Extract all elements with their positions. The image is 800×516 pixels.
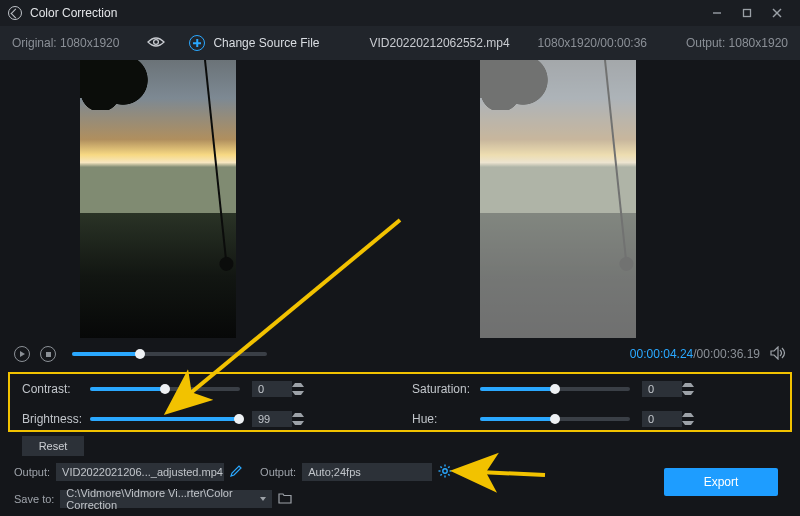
maximize-button[interactable] <box>732 0 762 26</box>
contrast-label: Contrast: <box>10 382 90 396</box>
window-title: Color Correction <box>30 6 117 20</box>
saturation-stepper[interactable]: 0 <box>642 381 694 397</box>
chevron-down-icon[interactable] <box>682 419 694 427</box>
time-display: 00:00:04.24/00:00:36.19 <box>630 347 760 361</box>
edit-filename-icon[interactable] <box>230 465 242 479</box>
minimize-button[interactable] <box>702 0 732 26</box>
color-controls-panel: Contrast: 0 Saturation: 0 Brightness: 99… <box>8 372 792 432</box>
chevron-down-icon[interactable] <box>292 389 304 397</box>
source-filename: VID20220212062552.mp4 <box>369 36 509 50</box>
toggle-preview-icon[interactable] <box>147 36 165 51</box>
stop-icon <box>46 352 51 357</box>
chevron-up-icon[interactable] <box>682 411 694 419</box>
svg-point-4 <box>154 39 159 44</box>
settings-icon[interactable] <box>438 464 452 480</box>
chevron-down-icon[interactable] <box>682 389 694 397</box>
output-file-label: Output: <box>14 466 50 478</box>
original-dims: Original: 1080x1920 <box>12 36 119 50</box>
toolbar: Original: 1080x1920 Change Source File V… <box>0 26 800 60</box>
volume-icon[interactable] <box>770 346 786 363</box>
svg-line-12 <box>448 466 449 467</box>
brightness-slider[interactable] <box>90 417 240 421</box>
titlebar: Color Correction <box>0 0 800 26</box>
svg-line-13 <box>441 474 442 475</box>
hue-slider[interactable] <box>480 417 630 421</box>
export-label: Export <box>704 475 739 489</box>
saturation-value: 0 <box>642 381 682 397</box>
contrast-slider[interactable] <box>90 387 240 391</box>
annotation-arrow <box>450 465 550 488</box>
svg-line-15 <box>458 471 545 475</box>
hue-value: 0 <box>642 411 682 427</box>
saturation-label: Saturation: <box>400 382 480 396</box>
change-source-button[interactable]: Change Source File <box>189 35 319 51</box>
output-dims: Output: 1080x1920 <box>686 36 788 50</box>
app-icon <box>8 6 22 20</box>
svg-line-11 <box>448 474 449 475</box>
seek-slider[interactable] <box>72 352 267 356</box>
preview-area <box>0 60 800 338</box>
svg-rect-1 <box>744 10 751 17</box>
source-dims-time: 1080x1920/00:00:36 <box>538 36 647 50</box>
reset-label: Reset <box>39 440 68 452</box>
save-to-path[interactable]: C:\Vidmore\Vidmore Vi...rter\Color Corre… <box>60 490 272 508</box>
playback-row: 00:00:04.24/00:00:36.19 <box>0 338 800 370</box>
saturation-slider[interactable] <box>480 387 630 391</box>
footer-row-output: Output: VID2022021206..._adjusted.mp4 Ou… <box>14 462 452 482</box>
output-file-value: VID2022021206..._adjusted.mp4 <box>56 463 224 481</box>
chevron-up-icon[interactable] <box>292 411 304 419</box>
current-time: 00:00:04.24 <box>630 347 693 361</box>
chevron-up-icon[interactable] <box>682 381 694 389</box>
contrast-value: 0 <box>252 381 292 397</box>
svg-line-10 <box>441 466 442 467</box>
hue-stepper[interactable]: 0 <box>642 411 694 427</box>
contrast-stepper[interactable]: 0 <box>252 381 304 397</box>
output-format-label: Output: <box>260 466 296 478</box>
total-time: /00:00:36.19 <box>693 347 760 361</box>
chevron-up-icon[interactable] <box>292 381 304 389</box>
footer-row-save: Save to: C:\Vidmore\Vidmore Vi...rter\Co… <box>14 489 292 509</box>
save-to-label: Save to: <box>14 493 54 505</box>
output-format-value: Auto;24fps <box>302 463 432 481</box>
stop-button[interactable] <box>40 346 56 362</box>
open-folder-icon[interactable] <box>278 492 292 506</box>
brightness-stepper[interactable]: 99 <box>252 411 304 427</box>
chevron-down-icon[interactable] <box>292 419 304 427</box>
play-icon <box>20 351 25 357</box>
play-button[interactable] <box>14 346 30 362</box>
export-button[interactable]: Export <box>664 468 778 496</box>
svg-point-5 <box>443 469 447 473</box>
plus-icon <box>189 35 205 51</box>
close-button[interactable] <box>762 0 792 26</box>
output-preview <box>400 60 715 338</box>
original-preview <box>0 60 315 338</box>
brightness-label: Brightness: <box>10 412 90 426</box>
brightness-value: 99 <box>252 411 292 427</box>
chevron-down-icon <box>260 497 266 501</box>
change-source-label: Change Source File <box>213 36 319 50</box>
hue-label: Hue: <box>400 412 480 426</box>
save-to-path-text: C:\Vidmore\Vidmore Vi...rter\Color Corre… <box>66 487 260 511</box>
reset-button[interactable]: Reset <box>22 436 84 456</box>
